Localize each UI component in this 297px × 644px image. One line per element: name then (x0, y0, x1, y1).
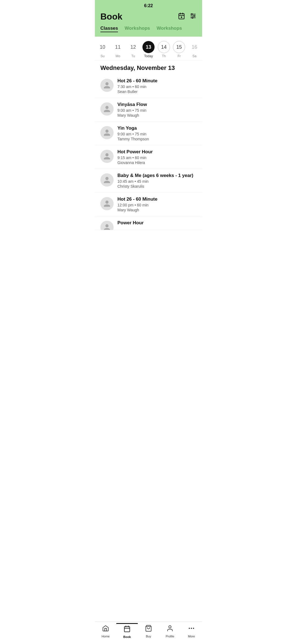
class-info: Hot 26 - 60 Minute 7:30 am • 60 min Sean… (117, 78, 197, 94)
class-time: 12:00 pm • 60 min (117, 203, 197, 207)
class-name: Baby & Me (ages 6 weeks - 1 year) (117, 173, 197, 178)
class-info: Hot 26 - 60 Minute 12:00 pm • 60 min Mar… (117, 197, 197, 212)
class-instructor: Mary Waugh (117, 113, 197, 118)
day-number-12: 12 (127, 41, 139, 53)
calendar-strip: 10 Su 11 Mo 12 Tu 13 Today 14 Th 15 Fr 1… (95, 37, 202, 61)
day-label-15: Fr (178, 54, 181, 58)
tab-classes[interactable]: Classes (100, 26, 118, 32)
day-number-15: 15 (173, 41, 185, 53)
svg-rect-0 (179, 13, 184, 19)
avatar (100, 79, 114, 92)
class-item[interactable]: Power Hour (95, 216, 202, 230)
avatar (100, 221, 114, 230)
svg-point-9 (194, 15, 195, 16)
class-time: 9:00 am • 75 min (117, 132, 197, 136)
class-name: Hot 26 - 60 Minute (117, 78, 197, 84)
class-instructor: Mary Waugh (117, 208, 197, 212)
day-number-16: 16 (188, 41, 200, 53)
class-instructor: Christy Skarulis (117, 184, 197, 189)
day-10[interactable]: 10 Su (97, 41, 109, 58)
class-name: Power Hour (117, 220, 197, 226)
tabs: Classes Workshops Workshops (95, 22, 202, 37)
class-info: Hot Power Hour 9:15 am • 60 min Giovanna… (117, 149, 197, 165)
day-13[interactable]: 13 Today (142, 41, 155, 58)
day-label-14: Th (162, 54, 166, 58)
day-15[interactable]: 15 Fr (173, 41, 185, 58)
day-number-10: 10 (97, 41, 109, 53)
class-time: 9:15 am • 60 min (117, 155, 197, 160)
class-time: 9:00 am • 75 min (117, 108, 197, 113)
class-info: Baby & Me (ages 6 weeks - 1 year) 10:45 … (117, 173, 197, 189)
day-number-11: 11 (112, 41, 124, 53)
avatar (100, 150, 114, 163)
class-list: Hot 26 - 60 Minute 7:30 am • 60 min Sean… (95, 74, 202, 252)
header: Book (95, 9, 202, 22)
svg-point-10 (192, 17, 193, 18)
class-item[interactable]: Yin Yoga 9:00 am • 75 min Tammy Thompson (95, 122, 202, 145)
class-info: Yin Yoga 9:00 am • 75 min Tammy Thompson (117, 125, 197, 141)
page-title: Book (100, 12, 122, 22)
class-name: Hot Power Hour (117, 149, 197, 155)
class-info: Vinyāsa Flow 9:00 am • 75 min Mary Waugh (117, 102, 197, 118)
date-heading: Wednesday, November 13 (95, 61, 202, 74)
status-time: 6:22 (144, 3, 153, 8)
day-label-10: Su (101, 54, 105, 58)
class-item[interactable]: Vinyāsa Flow 9:00 am • 75 min Mary Waugh (95, 98, 202, 122)
day-number-14: 14 (158, 41, 170, 53)
day-label-13: Today (144, 54, 153, 58)
status-bar: 6:22 (95, 0, 202, 9)
day-12[interactable]: 12 Tu (127, 41, 139, 58)
day-label-12: Tu (131, 54, 135, 58)
class-item[interactable]: Baby & Me (ages 6 weeks - 1 year) 10:45 … (95, 169, 202, 193)
tab-workshops-1[interactable]: Workshops (125, 26, 150, 32)
class-time: 7:30 am • 60 min (117, 84, 197, 89)
day-16[interactable]: 16 Sa (188, 41, 200, 58)
class-item[interactable]: Hot 26 - 60 Minute 7:30 am • 60 min Sean… (95, 74, 202, 98)
svg-point-8 (191, 13, 193, 15)
class-item[interactable]: Hot 26 - 60 Minute 12:00 pm • 60 min Mar… (95, 193, 202, 216)
avatar (100, 102, 114, 116)
day-label-11: Mo (116, 54, 120, 58)
class-name: Vinyāsa Flow (117, 102, 197, 107)
avatar (100, 173, 114, 187)
class-name: Hot 26 - 60 Minute (117, 197, 197, 202)
class-info: Power Hour (117, 220, 197, 227)
filter-icon[interactable] (189, 12, 197, 21)
class-name: Yin Yoga (117, 125, 197, 131)
avatar (100, 197, 114, 210)
svg-point-4 (181, 17, 182, 17)
calendar-icon[interactable] (178, 12, 185, 21)
header-icons (178, 12, 197, 21)
class-instructor: Tammy Thompson (117, 137, 197, 141)
class-instructor: Giovanna Hilera (117, 160, 197, 165)
day-14[interactable]: 14 Th (158, 41, 170, 58)
class-instructor: Sean Butler (117, 89, 197, 94)
tab-workshops-2[interactable]: Workshops (157, 26, 182, 32)
avatar (100, 126, 114, 139)
class-time: 10:45 am • 45 min (117, 179, 197, 184)
day-label-16: Sa (193, 54, 197, 58)
day-11[interactable]: 11 Mo (112, 41, 124, 58)
class-item[interactable]: Hot Power Hour 9:15 am • 60 min Giovanna… (95, 145, 202, 169)
day-number-13: 13 (142, 41, 155, 53)
